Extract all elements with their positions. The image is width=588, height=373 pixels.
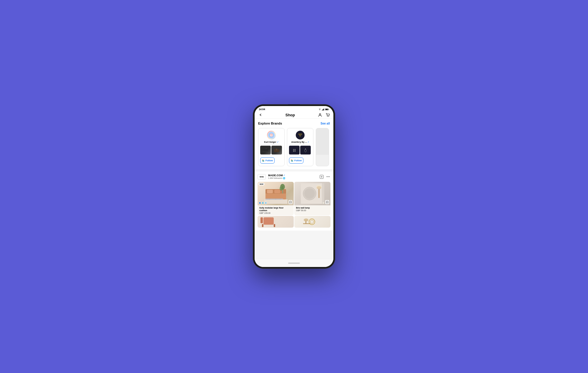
svg-rect-15 bbox=[276, 149, 277, 150]
brand-card-jewellery: NASIRA Jewellery By ... ✓ bbox=[287, 128, 313, 166]
wifi-icon bbox=[318, 108, 321, 110]
header-actions bbox=[318, 112, 330, 117]
svg-rect-32 bbox=[274, 190, 280, 193]
top-navigation: Shop bbox=[255, 111, 333, 119]
svg-point-8 bbox=[327, 116, 328, 117]
profile-icon[interactable] bbox=[318, 112, 322, 117]
phone-nav-bar bbox=[255, 259, 333, 267]
svg-point-55 bbox=[310, 220, 314, 224]
status-bar: 14:04 bbox=[255, 106, 333, 111]
main-content: Explore Brands See all bbox=[255, 119, 333, 259]
svg-rect-49 bbox=[274, 224, 275, 227]
made-post-actions bbox=[319, 174, 330, 179]
see-all-link[interactable]: See all bbox=[320, 122, 330, 125]
svg-rect-5 bbox=[329, 109, 329, 110]
dots-icon bbox=[327, 176, 330, 177]
cushion-product-info: Sully modular large floor cushion GBP 19… bbox=[258, 205, 294, 215]
kurt-verified-badge: ✓ bbox=[277, 141, 279, 143]
kurt-geiger-avatar: KG bbox=[267, 131, 276, 140]
svg-rect-3 bbox=[324, 108, 324, 110]
svg-rect-50 bbox=[260, 217, 263, 223]
jewellery-products bbox=[287, 146, 313, 156]
cart-icon[interactable] bbox=[325, 112, 330, 117]
brand-card-top: KG Kurt Geiger ✓ bbox=[258, 128, 284, 146]
cushion-product-name: Sully modular large floor cushion bbox=[259, 206, 292, 212]
svg-point-9 bbox=[328, 116, 329, 117]
jewellery-follow-button[interactable]: 🏪 Follow bbox=[289, 157, 303, 164]
made-verified-badge: ✓ bbox=[283, 174, 285, 177]
jewellery-product-1 bbox=[289, 146, 300, 154]
kurt-product-2 bbox=[271, 146, 282, 154]
new-badge: NEW bbox=[259, 183, 264, 185]
globe-icon: 🌐 bbox=[283, 177, 285, 179]
more-options-icon[interactable] bbox=[326, 174, 330, 179]
battery-icon bbox=[325, 108, 329, 110]
lamp-bookmark-button[interactable] bbox=[325, 200, 329, 204]
product-item-decor bbox=[294, 216, 330, 228]
phone-device: 14:04 bbox=[253, 104, 335, 269]
jewellery-name: Jewellery By ... ✓ bbox=[291, 141, 309, 143]
phone-screen: 14:04 bbox=[255, 106, 333, 267]
add-post-icon[interactable] bbox=[319, 174, 324, 179]
kurt-geiger-name: Kurt Geiger ✓ bbox=[264, 141, 278, 143]
jewellery-verified-badge: ✓ bbox=[308, 141, 309, 143]
lamp-product-image bbox=[294, 182, 330, 205]
jewellery-avatar: NASIRA bbox=[296, 131, 305, 140]
decor-product-image bbox=[294, 216, 330, 228]
kurt-geiger-follow-button[interactable]: 🏪 Follow bbox=[260, 157, 275, 164]
made-brand-post: MADE MADE.COM ✓ 1.8M followers 🌐 bbox=[255, 172, 333, 231]
svg-point-42 bbox=[304, 188, 315, 199]
product-item-cushion: NEW bbox=[258, 182, 294, 215]
svg-rect-48 bbox=[262, 224, 263, 227]
explore-brands-title: Explore Brands bbox=[258, 122, 282, 125]
svg-point-20 bbox=[293, 151, 294, 152]
made-followers: 1.8M followers 🌐 bbox=[268, 177, 285, 179]
svg-point-54 bbox=[309, 219, 315, 225]
phone-home-button[interactable] bbox=[288, 263, 300, 264]
svg-rect-14 bbox=[275, 149, 276, 150]
product-item-lamp: Briz wall lamp GBP 59.00 bbox=[294, 182, 330, 215]
made-brand-name: MADE.COM ✓ bbox=[268, 174, 285, 177]
product-item-chair bbox=[258, 216, 294, 228]
kurt-product-1 bbox=[260, 146, 271, 154]
svg-point-16 bbox=[297, 132, 304, 139]
svg-text:KG: KG bbox=[270, 135, 273, 136]
follow-icon: 🏪 bbox=[262, 159, 265, 162]
lamp-product-price: GBP 59.00 bbox=[296, 209, 329, 211]
svg-point-45 bbox=[316, 185, 322, 189]
brand-card-partial bbox=[316, 128, 329, 166]
svg-point-39 bbox=[280, 186, 283, 191]
made-logo: MADE bbox=[258, 174, 266, 179]
cushion-product-price: GBP 199.00 bbox=[259, 212, 292, 214]
svg-rect-6 bbox=[325, 109, 328, 110]
svg-rect-33 bbox=[265, 199, 283, 200]
made-post-header: MADE MADE.COM ✓ 1.8M followers 🌐 bbox=[255, 172, 333, 182]
jewellery-card-top: NASIRA Jewellery By ... ✓ bbox=[287, 128, 313, 146]
status-time: 14:04 bbox=[259, 108, 265, 111]
svg-point-19 bbox=[292, 148, 296, 152]
cushion-bookmark-button[interactable] bbox=[288, 200, 293, 204]
svg-rect-31 bbox=[267, 190, 273, 193]
explore-brands-header: Explore Brands See all bbox=[255, 119, 333, 127]
svg-rect-0 bbox=[322, 110, 323, 110]
made-text-info: MADE.COM ✓ 1.8M followers 🌐 bbox=[268, 174, 285, 179]
cushion-product-image: NEW bbox=[258, 182, 294, 205]
back-button[interactable] bbox=[258, 112, 263, 117]
kurt-products bbox=[258, 146, 284, 156]
svg-rect-1 bbox=[323, 109, 323, 110]
made-brand-info: MADE MADE.COM ✓ 1.8M followers 🌐 bbox=[258, 174, 285, 179]
brand-card-kurt-geiger: KG Kurt Geiger ✓ bbox=[258, 128, 285, 166]
chair-product-image bbox=[258, 216, 294, 228]
signal-icon bbox=[322, 108, 324, 110]
svg-rect-28 bbox=[264, 199, 288, 204]
status-icons bbox=[318, 108, 329, 110]
svg-point-53 bbox=[304, 219, 308, 221]
jewellery-follow-icon: 🏪 bbox=[291, 159, 293, 162]
svg-rect-46 bbox=[322, 183, 324, 204]
lamp-product-name: Briz wall lamp bbox=[296, 206, 329, 209]
svg-rect-2 bbox=[323, 109, 324, 110]
svg-point-21 bbox=[295, 151, 295, 152]
page-title: Shop bbox=[285, 113, 295, 117]
camera-notch bbox=[288, 104, 300, 106]
svg-rect-43 bbox=[318, 188, 320, 198]
